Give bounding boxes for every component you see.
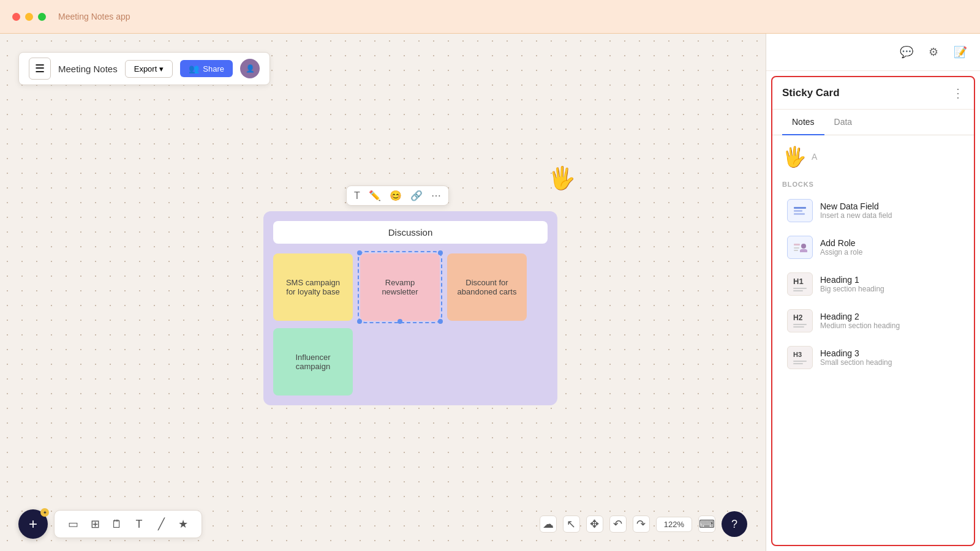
edit-icon[interactable]: 📝: [951, 42, 970, 62]
minimize-traffic-light[interactable]: [25, 13, 33, 21]
discussion-board: Discussion SMS campaign for loyalty base…: [263, 211, 557, 405]
more-options-icon[interactable]: ⋯: [431, 190, 441, 201]
svg-rect-2: [794, 213, 805, 215]
panel-top-icons: 💬 ⚙ 📝: [766, 34, 980, 71]
bottom-toolbar: + ✦ ▭ ⊞ 🗒 T ╱ ★ ☁ ↖ ✥ ↶ ↷ 122%: [0, 509, 766, 539]
canvas-title: Meeting Notes: [58, 64, 118, 74]
discussion-header: Discussion: [273, 221, 548, 244]
center-tools: ☁ ↖ ✥ ↶ ↷ 122% ⌨ ?: [540, 511, 747, 537]
float-toolbar: T ✏️ 😊 🔗 ⋯: [346, 186, 449, 206]
pen-icon[interactable]: ✏️: [369, 190, 381, 201]
left-tools: ▭ ⊞ 🗒 T ╱ ★: [54, 510, 202, 538]
rectangle-tool[interactable]: ▭: [64, 515, 81, 533]
keyboard-icon[interactable]: ⌨: [698, 515, 715, 533]
note-tool[interactable]: 🗒: [108, 515, 126, 533]
fab-button[interactable]: + ✦: [18, 509, 48, 539]
line-tool[interactable]: ╱: [153, 515, 170, 533]
tab-notes[interactable]: Notes: [782, 110, 824, 135]
move-icon[interactable]: ✥: [586, 515, 603, 533]
cursor-hand-icon: 🖐: [548, 165, 576, 191]
menu-button[interactable]: ☰: [29, 58, 51, 80]
zoom-display: 122%: [656, 517, 692, 532]
block-heading-2[interactable]: H2 Heading 2 Medium section heading: [777, 303, 969, 339]
right-panel: 💬 ⚙ 📝 Sticky Card ⋮ Notes Data 🖐 A BLOCK…: [766, 34, 980, 551]
svg-point-4: [801, 244, 806, 249]
block-new-data-field[interactable]: New Data Field Insert a new data field: [777, 193, 969, 228]
svg-rect-3: [794, 244, 800, 246]
avatar[interactable]: 👤: [240, 59, 260, 78]
sticky-card-header: Sticky Card ⋮: [772, 77, 974, 110]
cursor-label: A: [812, 152, 817, 162]
block-heading-3[interactable]: H3 Heading 3 Small section heading: [777, 340, 969, 375]
emoji-icon[interactable]: 😊: [390, 190, 402, 201]
text-format-icon[interactable]: T: [354, 190, 360, 201]
cloud-icon[interactable]: ☁: [540, 515, 557, 533]
note-discount[interactable]: Discount for abandoned carts: [447, 253, 527, 321]
cards-grid: SMS campaign for loyalty base Revamp new…: [273, 253, 548, 395]
undo-icon[interactable]: ↶: [609, 515, 627, 533]
link-icon[interactable]: 🔗: [410, 190, 423, 201]
svg-rect-6: [794, 250, 798, 251]
close-traffic-light[interactable]: [12, 13, 20, 21]
note-influencer[interactable]: Influencer campaign: [273, 328, 353, 395]
help-button[interactable]: ?: [722, 511, 747, 537]
layout-tool[interactable]: ⊞: [86, 515, 104, 533]
note-revamp[interactable]: Revamp newsletter: [360, 253, 440, 321]
app-title: Meeting Notes app: [58, 12, 968, 21]
blocks-label: BLOCKS: [772, 178, 974, 193]
main-area: ☰ Meeting Notes Export ▾ 👥 Share 👤 T ✏️ …: [0, 34, 980, 551]
export-button[interactable]: Export ▾: [125, 60, 173, 78]
cursor-area: 🖐 A: [772, 135, 974, 178]
panel-tabs: Notes Data: [772, 110, 974, 135]
highlight-tool[interactable]: ★: [175, 515, 192, 533]
note-sms[interactable]: SMS campaign for loyalty base: [273, 253, 353, 321]
maximize-traffic-light[interactable]: [38, 13, 46, 21]
canvas-toolbar: ☰ Meeting Notes Export ▾ 👥 Share 👤: [18, 52, 270, 85]
chat-icon[interactable]: 💬: [897, 42, 916, 62]
more-button[interactable]: ⋮: [952, 86, 964, 100]
sticky-card-title: Sticky Card: [782, 87, 840, 99]
cursor-symbol: 🖐: [782, 145, 807, 168]
traffic-lights: [12, 13, 46, 21]
svg-rect-1: [794, 210, 802, 212]
block-add-role[interactable]: Add Role Assign a role: [777, 230, 969, 265]
svg-rect-0: [794, 207, 806, 209]
canvas[interactable]: ☰ Meeting Notes Export ▾ 👥 Share 👤 T ✏️ …: [0, 34, 766, 551]
share-button[interactable]: 👥 Share: [180, 60, 233, 77]
tab-data[interactable]: Data: [824, 110, 862, 135]
svg-rect-5: [794, 247, 799, 249]
redo-icon[interactable]: ↷: [633, 515, 650, 533]
sticky-card-panel: Sticky Card ⋮ Notes Data 🖐 A BLOCKS: [771, 76, 975, 546]
settings-icon[interactable]: ⚙: [924, 42, 943, 62]
text-tool[interactable]: T: [130, 515, 148, 533]
block-heading-1[interactable]: H1 Heading 1 Big section heading: [777, 266, 969, 302]
top-bar: Meeting Notes app: [0, 0, 980, 34]
cursor-icon[interactable]: ↖: [563, 515, 580, 533]
